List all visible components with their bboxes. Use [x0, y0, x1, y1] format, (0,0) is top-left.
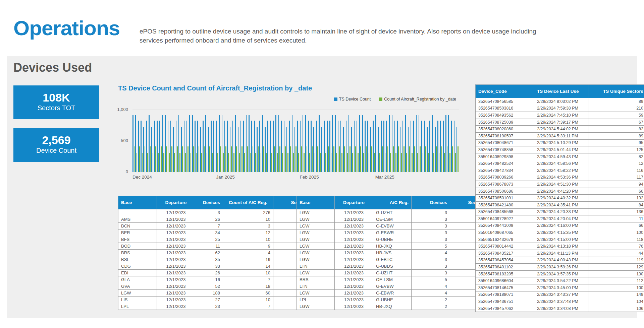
bar-aircraft-registration-count[interactable]: [379, 153, 380, 172]
bar-aircraft-registration-count[interactable]: [250, 153, 251, 172]
bar-aircraft-registration-count[interactable]: [231, 146, 232, 172]
table-row[interactable]: 3526547081832052/29/2024 3:57:35 PM130: [476, 270, 644, 277]
bar-ts-device-count[interactable]: [324, 121, 325, 172]
table-row[interactable]: LGW12/1/2023OE-LSM34: [297, 216, 488, 223]
bar-group[interactable]: [227, 110, 230, 172]
bar-ts-device-count[interactable]: [340, 121, 341, 172]
bar-group[interactable]: [357, 110, 359, 172]
bar-ts-device-count[interactable]: [457, 127, 458, 172]
bar-group[interactable]: [286, 110, 289, 172]
bar-group[interactable]: [149, 110, 151, 172]
table-row[interactable]: CDG12/1/2023331454: [118, 263, 311, 270]
bar-group[interactable]: [189, 110, 192, 172]
table-row[interactable]: 3526547084011022/29/2024 3:59:26 PM129: [476, 264, 644, 271]
bar-ts-device-count[interactable]: [445, 115, 446, 172]
bar-aircraft-registration-count[interactable]: [225, 146, 226, 172]
bar-ts-device-count[interactable]: [232, 121, 233, 172]
bar-group[interactable]: [303, 110, 305, 172]
bar-group[interactable]: [411, 110, 413, 172]
bar-group[interactable]: [329, 110, 332, 172]
bar-group[interactable]: [359, 110, 362, 172]
bar-group[interactable]: [305, 110, 308, 172]
bar-ts-device-count[interactable]: [278, 115, 279, 172]
bar-aircraft-registration-count[interactable]: [449, 153, 450, 172]
bar-group[interactable]: [394, 110, 397, 172]
bar-group[interactable]: [232, 110, 235, 172]
bar-aircraft-registration-count[interactable]: [233, 153, 234, 172]
bar-ts-device-count[interactable]: [332, 115, 333, 172]
bar-group[interactable]: [230, 110, 232, 172]
bar-ts-device-count[interactable]: [365, 121, 366, 172]
table-row[interactable]: LGW12/1/2023HB-JXQ25: [297, 303, 488, 310]
bar-aircraft-registration-count[interactable]: [328, 146, 329, 172]
table-row[interactable]: 3526547087488582/29/2024 5:01:44 PM125: [476, 146, 644, 153]
bar-ts-device-count[interactable]: [132, 115, 133, 172]
table-row[interactable]: BRS12/1/202362488: [118, 250, 311, 256]
bar-ts-device-count[interactable]: [338, 121, 339, 172]
bar-aircraft-registration-count[interactable]: [271, 153, 272, 172]
table-row[interactable]: 3550164097289272/29/2024 4:20:04 PM11: [476, 215, 644, 222]
table-row[interactable]: LGW12/1/2023G-EBWR34: [297, 229, 488, 236]
table-row[interactable]: BER12/1/2023341253: [118, 229, 311, 236]
bar-aircraft-registration-count[interactable]: [279, 146, 280, 172]
bar-ts-device-count[interactable]: [335, 115, 336, 172]
bar-ts-device-count[interactable]: [397, 121, 398, 172]
bar-group[interactable]: [324, 110, 327, 172]
bar-ts-device-count[interactable]: [378, 127, 379, 172]
bar-aircraft-registration-count[interactable]: [393, 146, 394, 172]
bar-aircraft-registration-count[interactable]: [441, 146, 442, 172]
bar-ts-device-count[interactable]: [411, 121, 412, 172]
bar-aircraft-registration-count[interactable]: [320, 153, 321, 172]
bar-ts-device-count[interactable]: [186, 121, 187, 172]
bar-group[interactable]: [313, 110, 316, 172]
bar-ts-device-count[interactable]: [311, 121, 312, 172]
bar-ts-device-count[interactable]: [308, 121, 309, 172]
bar-group[interactable]: [389, 110, 391, 172]
bar-ts-device-count[interactable]: [243, 121, 244, 172]
bar-aircraft-registration-count[interactable]: [191, 153, 192, 172]
bar-group[interactable]: [170, 110, 173, 172]
bar-group[interactable]: [362, 110, 365, 172]
bar-ts-device-count[interactable]: [254, 121, 255, 172]
bar-aircraft-registration-count[interactable]: [158, 153, 159, 172]
bar-ts-device-count[interactable]: [173, 127, 174, 172]
bar-ts-device-count[interactable]: [362, 115, 363, 172]
bar-ts-device-count[interactable]: [205, 115, 206, 172]
bar-ts-device-count[interactable]: [154, 121, 155, 172]
bar-ts-device-count[interactable]: [416, 115, 417, 172]
bar-ts-device-count[interactable]: [262, 115, 263, 172]
bar-ts-device-count[interactable]: [157, 121, 158, 172]
bar-ts-device-count[interactable]: [168, 121, 169, 172]
bar-ts-device-count[interactable]: [359, 115, 360, 172]
bar-group[interactable]: [262, 110, 265, 172]
bar-aircraft-registration-count[interactable]: [163, 153, 164, 172]
bar-group[interactable]: [381, 110, 383, 172]
bar-ts-device-count[interactable]: [329, 121, 330, 172]
bar-aircraft-registration-count[interactable]: [241, 146, 243, 172]
bar-ts-device-count[interactable]: [170, 121, 171, 172]
bar-ts-device-count[interactable]: [303, 115, 304, 172]
bar-aircraft-registration-count[interactable]: [155, 146, 156, 172]
bar-group[interactable]: [392, 110, 394, 172]
bar-ts-device-count[interactable]: [419, 115, 420, 172]
bar-group[interactable]: [238, 110, 240, 172]
bar-group[interactable]: [294, 110, 297, 172]
bar-group[interactable]: [135, 110, 138, 172]
bar-group[interactable]: [348, 110, 351, 172]
bar-aircraft-registration-count[interactable]: [134, 146, 135, 172]
bar-group[interactable]: [224, 110, 227, 172]
bar-group[interactable]: [332, 110, 335, 172]
table-row[interactable]: 3526547084565852/29/2024 8:03:02 PM89: [476, 98, 644, 105]
bar-aircraft-registration-count[interactable]: [169, 153, 170, 172]
bar-ts-device-count[interactable]: [427, 127, 428, 172]
table-row[interactable]: 3526547081880712/29/2024 3:43:37 PM149: [476, 291, 644, 298]
bar-aircraft-registration-count[interactable]: [309, 153, 310, 172]
bar-aircraft-registration-count[interactable]: [228, 153, 229, 172]
bar-aircraft-registration-count[interactable]: [145, 146, 146, 172]
bar-aircraft-registration-count[interactable]: [360, 146, 361, 172]
bar-group[interactable]: [203, 110, 205, 172]
bar-aircraft-registration-count[interactable]: [323, 146, 324, 172]
table-row[interactable]: 3526547086788732/29/2024 4:51:30 PM94: [476, 181, 644, 188]
bar-group[interactable]: [383, 110, 386, 172]
bar-group[interactable]: [186, 110, 189, 172]
